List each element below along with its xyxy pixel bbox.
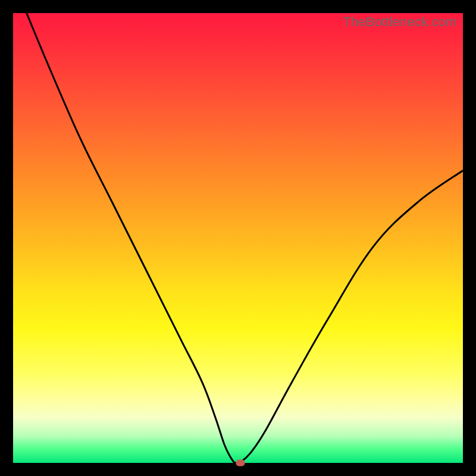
bottleneck-curve	[13, 13, 463, 463]
curve-path	[27, 13, 463, 463]
chart-frame: TheBottleneck.com	[0, 0, 476, 476]
plot-area: TheBottleneck.com	[13, 13, 463, 463]
optimal-point-marker	[236, 460, 245, 466]
